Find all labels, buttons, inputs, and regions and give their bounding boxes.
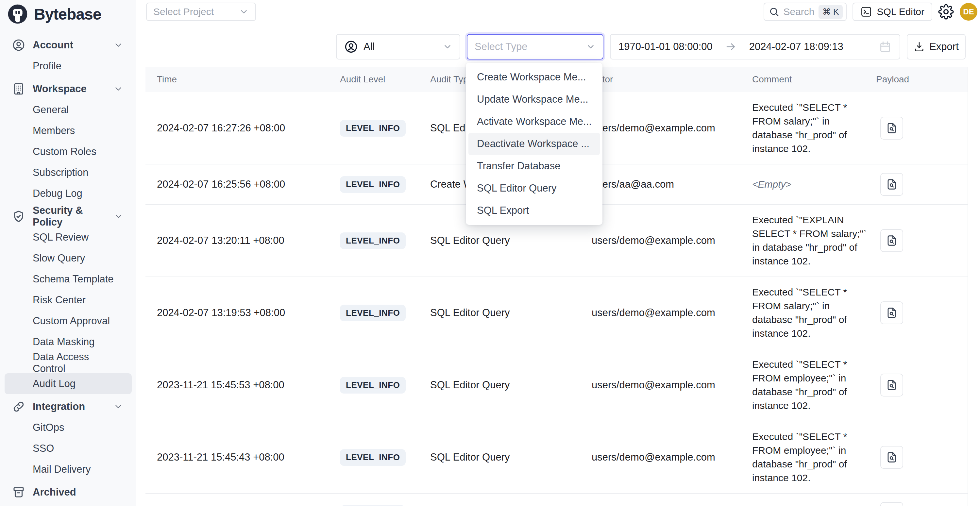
file-search-icon bbox=[886, 307, 898, 319]
file-search-icon bbox=[886, 178, 898, 191]
file-search-icon bbox=[886, 379, 898, 391]
brand-logo[interactable]: Bytebase bbox=[0, 0, 136, 28]
view-payload-button[interactable] bbox=[880, 301, 903, 324]
sidebar-item-workspace[interactable]: Workspace bbox=[0, 78, 136, 99]
search-icon bbox=[769, 6, 779, 17]
view-payload-button[interactable] bbox=[880, 173, 903, 196]
sidebar-item-sso[interactable]: SSO bbox=[0, 438, 136, 459]
sidebar-item-general[interactable]: General bbox=[0, 99, 136, 120]
sidebar-item-integration[interactable]: Integration bbox=[0, 396, 136, 417]
sidebar-item-custom-approval[interactable]: Custom Approval bbox=[0, 310, 136, 331]
sidebar-item-label: Data Access Control bbox=[33, 351, 123, 375]
cell-payload bbox=[876, 446, 959, 469]
chevron-down-icon bbox=[113, 402, 123, 412]
view-payload-button[interactable] bbox=[880, 446, 903, 469]
sidebar-item-slow-query[interactable]: Slow Query bbox=[0, 248, 136, 269]
sidebar-item-label: Subscription bbox=[33, 167, 89, 178]
sidebar-item-sql-review[interactable]: SQL Review bbox=[0, 227, 136, 248]
sidebar-item-mail-delivery[interactable]: Mail Delivery bbox=[0, 459, 136, 480]
sidebar-item-label: SQL Review bbox=[33, 231, 89, 243]
cell-audit-level: LEVEL_INFO bbox=[340, 232, 430, 249]
arrow-right-icon bbox=[725, 41, 737, 53]
cell-comment: Executed `"SELECT * FROM salary;"` in da… bbox=[752, 285, 876, 340]
sidebar-item-label: Members bbox=[33, 125, 75, 137]
calendar-icon bbox=[879, 40, 892, 53]
table-row: 2023-11-21 15:45:53 +08:00LEVEL_INFOSQL … bbox=[145, 349, 967, 421]
export-button[interactable]: Export bbox=[907, 34, 966, 59]
type-option-deactivate-workspace[interactable]: Deactivate Workspace ... bbox=[468, 133, 600, 155]
column-header-comment: Comment bbox=[752, 74, 876, 85]
sidebar-item-members[interactable]: Members bbox=[0, 120, 136, 141]
table-row: 2023-11-04 22:48:30 +08:00LEVEL_INFOCrea… bbox=[145, 493, 967, 506]
cell-time: 2023-11-21 15:45:53 +08:00 bbox=[157, 379, 340, 391]
type-option-activate-workspace-me[interactable]: Activate Workspace Me... bbox=[468, 110, 600, 133]
terminal-icon bbox=[861, 6, 872, 18]
sidebar-item-label: GitOps bbox=[33, 422, 64, 433]
cell-audit-type: SQL Editor Query bbox=[430, 379, 592, 391]
user-circle-icon bbox=[344, 40, 358, 54]
date-range-picker[interactable]: 1970-01-01 08:00:00 2024-02-07 18:09:13 bbox=[610, 34, 900, 59]
sidebar-item-security-policy[interactable]: Security & Policy bbox=[0, 206, 136, 227]
actor-filter-value: All bbox=[363, 41, 438, 53]
type-option-sql-export[interactable]: SQL Export bbox=[468, 199, 600, 222]
view-payload-button[interactable] bbox=[880, 374, 903, 396]
sidebar-item-data-masking[interactable]: Data Masking bbox=[0, 331, 136, 352]
sidebar-item-schema-template[interactable]: Schema Template bbox=[0, 269, 136, 290]
sidebar-nav: AccountProfileWorkspaceGeneralMembersCus… bbox=[0, 28, 136, 503]
type-option-update-workspace-me[interactable]: Update Workspace Me... bbox=[468, 88, 600, 110]
bytebase-logo-icon bbox=[7, 3, 28, 24]
sidebar-item-label: SSO bbox=[33, 442, 54, 454]
cell-time: 2023-11-21 15:45:43 +08:00 bbox=[157, 452, 340, 463]
cell-audit-type: SQL Editor Query bbox=[430, 235, 592, 247]
cell-payload bbox=[876, 502, 959, 506]
sidebar-item-custom-roles[interactable]: Custom Roles bbox=[0, 141, 136, 162]
sidebar-item-label: Custom Approval bbox=[33, 315, 110, 327]
cell-actor: users/demo@example.com bbox=[592, 379, 752, 391]
sidebar-item-label: Custom Roles bbox=[33, 146, 96, 158]
sql-editor-button[interactable]: SQL Editor bbox=[853, 3, 932, 21]
chevron-down-icon bbox=[113, 40, 123, 50]
sidebar-item-label: Account bbox=[33, 39, 73, 51]
sidebar-item-risk-center[interactable]: Risk Center bbox=[0, 290, 136, 310]
sidebar-item-label: Profile bbox=[33, 60, 62, 72]
sidebar-item-data-access-control[interactable]: Data Access Control bbox=[0, 352, 136, 373]
app-root: Bytebase AccountProfileWorkspaceGeneralM… bbox=[0, 0, 980, 506]
type-filter-select[interactable]: Select Type bbox=[467, 34, 603, 59]
cell-audit-type: SQL Editor Query bbox=[430, 307, 592, 319]
select-project-dropdown[interactable]: Select Project bbox=[146, 3, 256, 21]
column-header-time: Time bbox=[157, 74, 340, 85]
view-payload-button[interactable] bbox=[880, 117, 903, 140]
sidebar-item-label: Slow Query bbox=[33, 252, 85, 264]
sidebar-item-debug-log[interactable]: Debug Log bbox=[0, 183, 136, 204]
level-badge: LEVEL_INFO bbox=[340, 377, 406, 393]
cell-payload bbox=[876, 374, 959, 396]
chevron-down-icon bbox=[114, 212, 123, 221]
cell-actor: users/demo@example.com bbox=[592, 307, 752, 319]
cell-payload bbox=[876, 229, 959, 252]
type-option-create-workspace-me[interactable]: Create Workspace Me... bbox=[468, 66, 600, 88]
chevron-down-icon bbox=[113, 84, 123, 94]
cell-time: 2024-02-07 16:27:26 +08:00 bbox=[157, 122, 340, 134]
view-payload-button[interactable] bbox=[880, 229, 903, 252]
sidebar-item-profile[interactable]: Profile bbox=[0, 56, 136, 76]
sidebar-item-subscription[interactable]: Subscription bbox=[0, 162, 136, 183]
type-option-sql-editor-query[interactable]: SQL Editor Query bbox=[468, 177, 600, 199]
user-avatar[interactable]: DE bbox=[960, 3, 977, 21]
sidebar-item-gitops[interactable]: GitOps bbox=[0, 417, 136, 438]
settings-gear-icon[interactable] bbox=[938, 4, 954, 20]
view-payload-button[interactable] bbox=[880, 502, 903, 506]
column-header-audit-level: Audit Level bbox=[340, 74, 430, 85]
type-option-transfer-database[interactable]: Transfer Database bbox=[468, 155, 600, 177]
brand-name: Bytebase bbox=[34, 5, 101, 23]
cell-audit-level: LEVEL_INFO bbox=[340, 377, 430, 393]
search-input[interactable]: Search ⌘ K bbox=[764, 3, 846, 21]
link-icon bbox=[12, 400, 25, 414]
actor-filter-select[interactable]: All bbox=[336, 34, 460, 59]
sidebar-item-archived[interactable]: Archived bbox=[0, 482, 136, 503]
sidebar-item-label: Schema Template bbox=[33, 273, 114, 285]
sidebar-item-label: Security & Policy bbox=[33, 205, 114, 228]
sidebar-item-account[interactable]: Account bbox=[0, 35, 136, 56]
level-badge: LEVEL_INFO bbox=[340, 305, 406, 321]
chevron-down-icon bbox=[442, 42, 452, 52]
sidebar-item-audit-log[interactable]: Audit Log bbox=[5, 373, 132, 394]
